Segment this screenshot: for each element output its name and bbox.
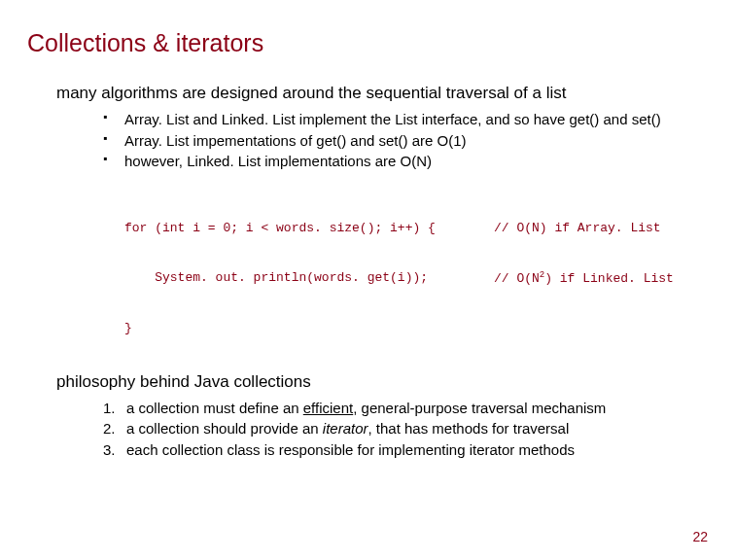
list-item: a collection should provide an iterator,… [103, 419, 708, 438]
list-item: Array. List and Linked. List implement t… [103, 110, 708, 129]
code-comment: // O(N) if Array. List [494, 221, 661, 237]
list-item: each collection class is responsible for… [103, 440, 708, 460]
code-block: for (int i = 0; i < words. size(); i++) … [124, 189, 708, 354]
code-line: for (int i = 0; i < words. size(); i++) … [124, 221, 494, 237]
intro-text: many algorithms are designed around the … [56, 83, 708, 104]
bullet-list: Array. List and Linked. List implement t… [103, 110, 708, 171]
code-line: System. out. println(words. get(i)); [124, 270, 494, 288]
code-comment: // O(N2) if Linked. List [494, 270, 674, 288]
list-item: a collection must define an efficient, g… [103, 399, 708, 418]
list-item: Array. List impementations of get() and … [103, 131, 708, 151]
subheading: philosophy behind Java collections [56, 371, 708, 393]
slide-title: Collections & iterators [27, 29, 708, 57]
code-line: } [124, 321, 494, 337]
list-item: however, Linked. List implementations ar… [103, 152, 708, 171]
numbered-list: a collection must define an efficient, g… [103, 399, 708, 460]
page-number: 22 [692, 529, 708, 544]
